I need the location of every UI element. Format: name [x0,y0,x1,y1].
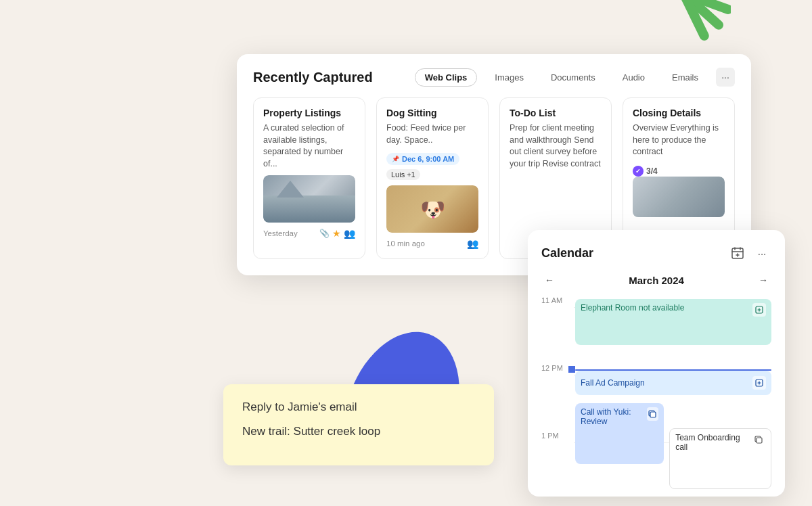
card-text: Prep for client meeting and walkthrough … [510,122,602,170]
event-fall-ad-campaign[interactable]: Fall Ad Campaign [575,371,771,395]
svg-rect-12 [650,412,656,417]
date-text: Dec 6, 9:00 AM [402,155,454,163]
calendar-title: Calendar [541,246,593,260]
assignee-extra: +1 [407,170,415,179]
time-label-1pm: 1 PM [541,432,559,440]
next-month-button[interactable]: → [755,272,771,288]
people-icon: 👥 [344,228,355,239]
event-label: Fall Ad Campaign [581,378,645,388]
note-card[interactable]: Reply to Jamie's email New trail: Sutter… [223,384,494,465]
event-copy-icon[interactable] [647,407,658,421]
time-label-11am: 11 AM [541,296,562,304]
card-title: To-Do List [510,108,602,118]
event-add-icon[interactable] [752,303,766,317]
tab-images[interactable]: Images [485,69,533,86]
events-area: Elephant Room not available Fall Ad Camp… [575,296,771,486]
building-image [633,177,725,224]
pin-icon: 📌 [392,156,399,162]
card-icons: 👥 [467,238,478,249]
calendar-add-button[interactable] [728,244,747,262]
progress-value: 3/4 [646,166,658,176]
card-text: Overview Everything is here to produce t… [633,122,725,158]
event-team-onboarding[interactable]: Team Onboarding call [669,428,771,489]
card-title: Dog Sitting [386,108,478,118]
property-image [263,175,355,223]
calendar-card: Calendar ··· ← March 2024 → 11 AM 12 PM … [528,230,785,497]
tab-emails[interactable]: Emails [662,69,708,86]
clip-icon: 📎 [319,229,330,238]
dog-image: 🐶 [386,185,478,233]
card-dog-sitting[interactable]: Dog Sitting Food: Feed twice per day. Sp… [376,97,489,259]
card-footer: 10 min ago 👥 [386,238,478,249]
people-icon: 👥 [467,238,478,249]
calendar-header-icons: ··· [728,244,771,262]
card-time: 10 min ago [386,239,425,248]
card-title: Property Listings [263,108,355,118]
event-add-icon[interactable] [752,376,766,390]
tab-web-clips[interactable]: Web Clips [415,68,478,87]
event-elephant-room[interactable]: Elephant Room not available [575,299,771,345]
check-icon: ✓ [633,166,644,177]
svg-rect-14 [757,438,762,443]
calendar-month: March 2024 [629,275,684,286]
tab-audio[interactable]: Audio [613,69,654,86]
event-copy-icon[interactable] [752,433,765,446]
card-footer: Yesterday 📎 ★ 👥 [263,228,355,239]
card-title: Closing Details [633,108,725,118]
note-line-2: New trail: Sutter creek loop [242,425,475,438]
card-icons: 📎 ★ 👥 [319,228,355,239]
prev-month-button[interactable]: ← [541,272,558,288]
calendar-header: Calendar ··· [541,244,771,262]
calendar-more-button[interactable]: ··· [752,244,771,262]
rc-title: Recently Captured [253,70,373,85]
star-icon: ★ [332,228,341,239]
rc-header: Recently Captured Web Clips Images Docum… [253,68,735,87]
card-property-listings[interactable]: Property Listings A curated selection of… [253,97,365,259]
calendar-body: 11 AM 12 PM 1 PM Elephant Room not avail… [541,296,771,486]
event-label: Call with Yuki: Review [581,407,647,426]
card-text: Food: Feed twice per day. Space.. [386,122,478,146]
time-label-12pm: 12 PM [541,364,563,372]
event-label: Team Onboarding call [675,433,752,452]
note-line-1: Reply to Jamie's email [242,400,475,414]
progress-badge: ✓ 3/4 [633,166,658,177]
date-badge: 📌 Dec 6, 9:00 AM [386,153,459,165]
event-call-yuki[interactable]: Call with Yuki: Review [575,403,664,464]
card-time: Yesterday [263,229,298,237]
calendar-nav: ← March 2024 → [541,272,771,288]
card-text: A curated selection of available listing… [263,122,355,170]
assignee-name: Luis [391,170,405,179]
assignee-badge: Luis +1 [386,169,420,180]
more-options-button[interactable]: ··· [716,68,735,87]
tab-documents[interactable]: Documents [541,69,605,86]
event-label: Elephant Room not available [581,303,684,313]
